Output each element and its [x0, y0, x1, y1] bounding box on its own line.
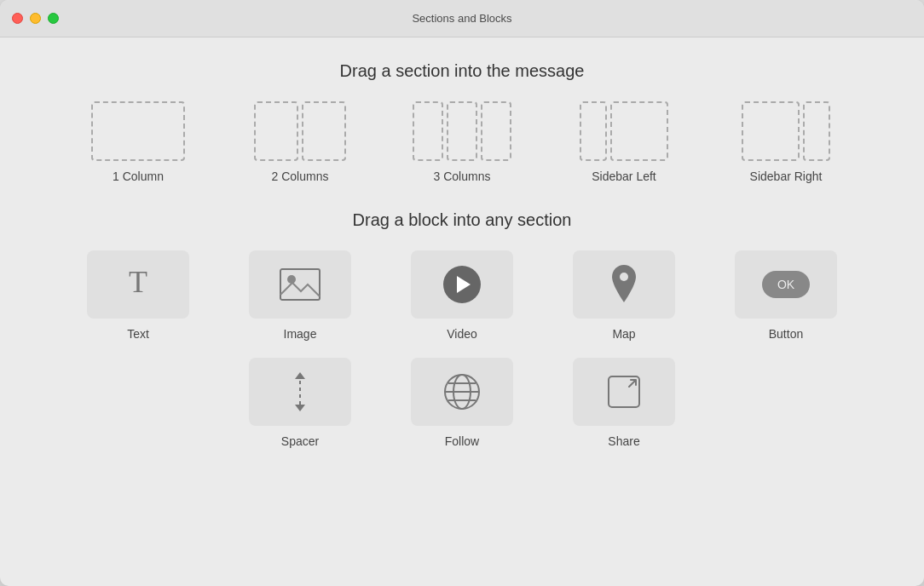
block-share-label: Share — [608, 434, 639, 448]
section-1-column[interactable]: 1 Column — [57, 101, 219, 183]
section-sidebar-right[interactable]: Sidebar Right — [705, 101, 867, 183]
section-sidebar-left-label: Sidebar Left — [592, 169, 656, 183]
app-window: Sections and Blocks Drag a section into … — [0, 0, 924, 586]
block-follow[interactable]: Follow — [381, 358, 543, 448]
window-title: Sections and Blocks — [412, 12, 511, 25]
section-sidebar-right-preview — [742, 101, 830, 161]
image-icon — [279, 267, 321, 302]
block-follow-label: Follow — [445, 434, 479, 448]
block-text[interactable]: T Text — [57, 250, 219, 341]
block-spacer[interactable]: Spacer — [219, 358, 381, 448]
section-2-columns[interactable]: 2 Columns — [219, 101, 381, 183]
block-button-preview: OK — [735, 250, 837, 319]
blocks-row: T Text Image — [34, 250, 890, 465]
col-box-wide — [742, 101, 800, 161]
sections-heading: Drag a section into the message — [34, 61, 890, 81]
block-button-label: Button — [769, 327, 803, 341]
svg-point-2 — [287, 275, 296, 284]
main-content: Drag a section into the message 1 Column… — [0, 37, 924, 586]
block-video-preview — [411, 250, 513, 319]
button-ok-icon: OK — [762, 271, 810, 298]
section-3-columns-preview — [413, 101, 511, 161]
col-box — [413, 101, 443, 161]
svg-text:T: T — [129, 267, 147, 299]
svg-point-3 — [620, 273, 628, 281]
col-box — [302, 101, 346, 161]
block-share-preview — [573, 358, 675, 426]
blocks-heading: Drag a block into any section — [34, 210, 890, 230]
block-spacer-preview — [249, 358, 351, 426]
block-video[interactable]: Video — [381, 250, 543, 341]
follow-globe-icon — [442, 372, 482, 411]
col-box-narrow — [803, 101, 830, 161]
maximize-button[interactable] — [48, 13, 59, 24]
close-button[interactable] — [12, 13, 23, 24]
section-2-columns-preview — [254, 101, 346, 161]
section-sidebar-left[interactable]: Sidebar Left — [543, 101, 705, 183]
col-box — [447, 101, 477, 161]
block-map-preview — [573, 250, 675, 319]
svg-marker-6 — [295, 405, 305, 411]
block-image-label: Image — [284, 327, 317, 341]
section-1-column-preview — [91, 101, 185, 161]
block-spacer-label: Spacer — [281, 434, 319, 448]
col-box-narrow — [580, 101, 607, 161]
block-video-label: Video — [447, 327, 477, 341]
col-box — [481, 101, 511, 161]
block-share[interactable]: Share — [543, 358, 705, 448]
block-text-label: Text — [127, 327, 149, 341]
col-box-wide — [610, 101, 668, 161]
block-button[interactable]: OK Button — [705, 250, 867, 341]
traffic-lights — [12, 13, 59, 24]
section-1-column-label: 1 Column — [113, 169, 164, 183]
video-play-icon — [443, 266, 481, 303]
titlebar: Sections and Blocks — [0, 0, 924, 37]
minimize-button[interactable] — [30, 13, 41, 24]
section-sidebar-right-label: Sidebar Right — [750, 169, 823, 183]
block-map-label: Map — [612, 327, 635, 341]
block-text-preview: T — [87, 250, 189, 319]
sections-row: 1 Column 2 Columns 3 Columns — [34, 101, 890, 183]
block-map[interactable]: Map — [543, 250, 705, 341]
col-box — [254, 101, 298, 161]
section-sidebar-left-preview — [580, 101, 668, 161]
spacer-icon — [288, 371, 312, 413]
section-3-columns-label: 3 Columns — [434, 169, 491, 183]
text-icon: T — [120, 267, 156, 302]
map-pin-icon — [609, 263, 639, 306]
section-2-columns-label: 2 Columns — [272, 169, 329, 183]
svg-marker-5 — [295, 372, 305, 379]
section-3-columns[interactable]: 3 Columns — [381, 101, 543, 183]
svg-rect-1 — [280, 269, 320, 300]
col-box — [91, 101, 185, 161]
block-follow-preview — [411, 358, 513, 426]
block-image[interactable]: Image — [219, 250, 381, 341]
block-image-preview — [249, 250, 351, 319]
share-icon — [604, 372, 644, 411]
